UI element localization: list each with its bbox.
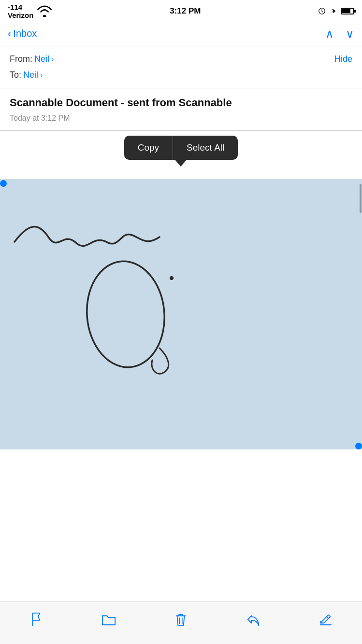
compose-button[interactable] [319,612,333,627]
svg-point-1 [83,258,169,370]
status-time: 3:12 PM [170,6,201,16]
status-carrier: -114 Verizon [8,3,53,19]
context-menu-arrow [175,160,187,167]
hide-button[interactable]: Hide [334,54,352,64]
folder-button[interactable] [101,612,116,627]
back-chevron-icon: ‹ [8,28,11,39]
compose-icon [319,612,333,627]
carrier-text: -114 Verizon [8,3,33,19]
trash-button[interactable] [174,612,188,627]
nav-arrows: ∧ ∨ [325,28,354,40]
folder-icon [101,612,116,627]
status-indicators [318,8,354,14]
nav-bar: ‹ Inbox ∧ ∨ [0,21,362,46]
wifi-icon [36,5,53,17]
trash-icon [174,612,188,627]
status-bar: -114 Verizon 3:12 PM [0,0,362,21]
select-all-menu-item[interactable]: Select All [173,136,238,160]
email-date: Today at 3:12 PM [10,114,352,123]
selection-handle-right[interactable] [355,443,362,449]
from-chevron-icon: › [51,55,54,64]
from-label: From: [10,54,32,64]
email-body[interactable] [0,179,362,449]
back-label: Inbox [13,28,37,39]
nav-down-button[interactable]: ∨ [346,28,354,40]
email-from-row: From: Neil › Hide [10,54,352,70]
context-menu-area: Copy Select All [0,131,362,179]
header-divider [0,88,362,88]
to-name[interactable]: Neil [23,70,38,80]
back-button[interactable]: ‹ Inbox [8,28,37,39]
reply-button[interactable] [246,612,261,627]
from-name[interactable]: Neil [34,54,49,64]
flag-button[interactable] [29,612,43,627]
flag-icon [29,612,43,627]
email-to-row: To: Neil › [10,70,352,88]
signature-image [0,179,362,449]
toolbar-spacer [0,449,362,492]
scrollbar-track [359,179,362,449]
email-from-section: From: Neil › [10,54,54,64]
email-header: From: Neil › Hide To: Neil › [0,46,362,88]
copy-menu-item[interactable]: Copy [124,136,173,160]
bluetooth-icon [329,8,338,14]
nav-up-button[interactable]: ∧ [325,28,334,40]
bottom-toolbar [0,602,362,644]
context-menu: Copy Select All [124,136,238,160]
svg-point-2 [170,276,174,280]
to-chevron-icon: › [40,71,43,80]
email-subject: Scannable Document - sent from Scannable [10,96,352,110]
reply-icon [246,612,261,627]
clock-icon [318,8,326,14]
scrollbar-thumb[interactable] [360,184,362,213]
email-subject-section: Scannable Document - sent from Scannable… [0,96,362,130]
battery-icon [341,8,354,14]
to-label: To: [10,70,21,80]
